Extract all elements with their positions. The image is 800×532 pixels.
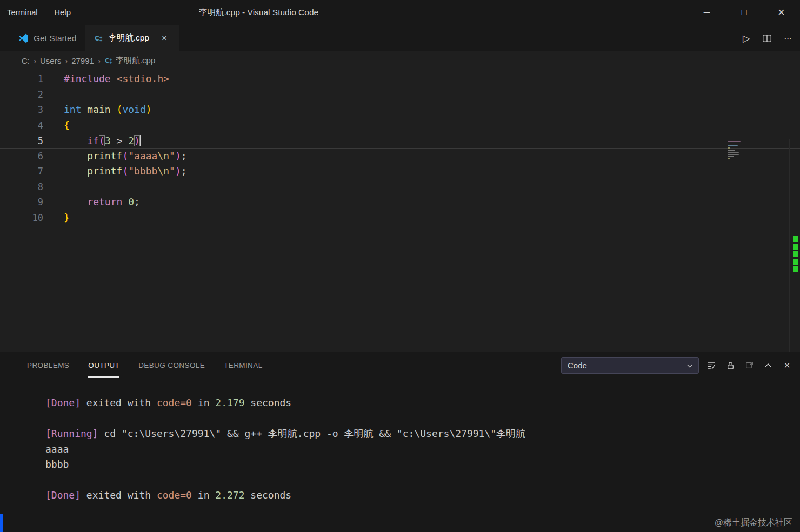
line-content: #include <stdio.h>	[43, 73, 169, 84]
minimap[interactable]	[728, 141, 742, 160]
code-line[interactable]: 4{	[0, 118, 800, 133]
tab-file-cpp[interactable]: C + + 李明航.cpp ×	[85, 25, 179, 51]
menu-help[interactable]: Help	[47, 0, 78, 25]
breadcrumb-item-users[interactable]: Users	[40, 56, 61, 65]
editor-tab-bar: Get Started C + + 李明航.cpp ×	[0, 25, 800, 51]
run-icon: ▷	[743, 32, 750, 44]
cpp-file-icon: C + +	[94, 33, 103, 43]
split-editor-icon	[762, 33, 772, 43]
overview-ruler-mark	[793, 236, 798, 242]
chevron-right-icon: ›	[65, 56, 68, 65]
chevron-right-icon: ›	[98, 56, 101, 65]
line-content	[43, 181, 64, 192]
more-actions-button[interactable]: ···	[779, 30, 796, 46]
menu-terminal[interactable]: Terminal	[0, 0, 45, 25]
line-content	[25, 413, 45, 424]
line-content: {	[43, 119, 70, 131]
more-icon: ···	[784, 33, 791, 44]
line-content: }	[43, 212, 70, 223]
code-line[interactable]: 6 printf("aaaa\n");	[0, 149, 800, 164]
minimap-line	[728, 141, 741, 142]
split-editor-button[interactable]	[759, 30, 775, 46]
close-window-button[interactable]: ×	[763, 0, 800, 25]
line-content: [Running] cd "c:\Users\27991\" && g++ 李明…	[25, 428, 525, 439]
minimap-line	[728, 152, 739, 153]
line-number: 6	[0, 149, 43, 164]
code-line: [Done] exited with code=0 in 2.272 secon…	[25, 488, 789, 503]
svg-text:C: C	[105, 57, 109, 64]
bottom-panel: PROBLEMS OUTPUT DEBUG CONSOLE TERMINAL C…	[0, 352, 800, 532]
tab-label: Get Started	[34, 33, 76, 43]
code-line	[25, 473, 789, 488]
line-number: 5	[0, 133, 43, 149]
code-line[interactable]: 1#include <stdio.h>	[0, 71, 800, 87]
overview-ruler-mark	[793, 259, 798, 265]
line-number: 8	[0, 179, 43, 195]
maximize-panel-button[interactable]	[762, 359, 775, 372]
code-line: [Done] exited with code=0 in 2.179 secon…	[25, 395, 789, 411]
vscode-logo-icon	[18, 33, 29, 44]
tab-close-button[interactable]: ×	[158, 32, 170, 44]
line-number: 10	[0, 210, 43, 226]
line-content: return 0;	[43, 196, 140, 207]
panel-tab-debug-console[interactable]: DEBUG CONSOLE	[138, 352, 205, 379]
minimap-line	[728, 150, 735, 151]
breadcrumb: C: › Users › 27991 › C + + 李明航.cpp	[0, 51, 800, 70]
panel-header: PROBLEMS OUTPUT DEBUG CONSOLE TERMINAL C…	[0, 352, 800, 379]
clear-output-button[interactable]	[705, 359, 718, 372]
code-line[interactable]: 9 return 0;	[0, 194, 800, 210]
code-line[interactable]: 8	[0, 179, 800, 195]
close-icon: ×	[778, 5, 785, 19]
breadcrumb-item-file[interactable]: C + + 李明航.cpp	[104, 56, 155, 66]
panel-tab-terminal[interactable]: TERMINAL	[224, 352, 262, 379]
maximize-button[interactable]: □	[725, 0, 763, 25]
svg-text:+: +	[99, 38, 103, 43]
line-content: int main (void)	[43, 104, 152, 115]
tab-label: 李明航.cpp	[108, 32, 149, 44]
run-code-button[interactable]: ▷	[738, 30, 755, 46]
tab-close-icon: ×	[162, 33, 167, 44]
line-content: [Done] exited with code=0 in 2.179 secon…	[25, 397, 291, 408]
minimap-line	[728, 154, 739, 155]
code-line[interactable]: 3int main (void)	[0, 102, 800, 118]
code-line: bbbb	[25, 457, 789, 473]
output-channel-value: Code	[568, 361, 587, 370]
line-number: 4	[0, 118, 43, 133]
overview-ruler-mark	[793, 266, 798, 272]
code-line[interactable]: 10}	[0, 210, 800, 226]
breadcrumb-item-drive[interactable]: C:	[22, 56, 30, 65]
output-channel-dropdown[interactable]: Code	[561, 357, 699, 374]
panel-controls: Code	[561, 352, 794, 379]
minimap-line	[728, 145, 738, 146]
line-content	[43, 89, 64, 100]
svg-text:C: C	[95, 35, 99, 42]
line-content	[25, 474, 45, 486]
panel-tab-output[interactable]: OUTPUT	[88, 352, 119, 379]
code-line[interactable]: 7 printf("bbbb\n");	[0, 164, 800, 179]
code-line	[25, 411, 789, 427]
auto-scroll-lock-button[interactable]	[724, 359, 737, 372]
breadcrumb-item-27991[interactable]: 27991	[71, 56, 94, 65]
line-content: aaaa	[25, 443, 69, 455]
lock-icon	[726, 361, 735, 371]
line-content: printf("aaaa\n");	[43, 150, 187, 161]
code-line[interactable]: 2	[0, 87, 800, 103]
minimize-button[interactable]: ─	[688, 0, 725, 25]
line-content: bbbb	[25, 459, 69, 470]
code-line-current[interactable]: 5 if(3 > 2)	[0, 133, 800, 149]
code-editor[interactable]: 1#include <stdio.h>23int main (void)4{5 …	[0, 70, 800, 352]
window-title: 李明航.cpp - Visual Studio Code	[199, 0, 318, 25]
line-content: if(3 > 2)	[43, 135, 141, 146]
line-number: 7	[0, 164, 43, 179]
output-console[interactable]: [Done] exited with code=0 in 2.179 secon…	[0, 379, 800, 503]
line-number: 3	[0, 102, 43, 118]
minimize-icon: ─	[704, 8, 710, 17]
chevron-right-icon: ›	[34, 56, 36, 65]
panel-tab-problems[interactable]: PROBLEMS	[27, 352, 69, 379]
close-panel-button[interactable]: ×	[781, 359, 794, 372]
minimap-line	[728, 158, 730, 159]
open-output-icon	[745, 361, 754, 370]
tab-get-started[interactable]: Get Started	[9, 25, 85, 51]
chevron-up-icon	[764, 361, 772, 370]
open-output-in-editor-button[interactable]	[743, 359, 756, 372]
